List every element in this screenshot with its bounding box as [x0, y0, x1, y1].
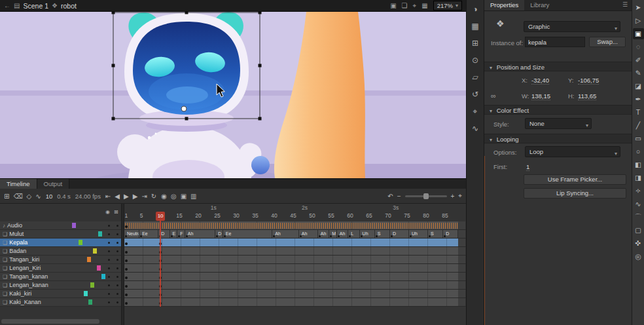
mouth-keyframe[interactable]: Ah [185, 230, 215, 238]
tab-library[interactable]: Library [524, 0, 555, 10]
layer-lock-dot[interactable] [116, 242, 118, 244]
section-position-size[interactable]: ▾ Position and Size [484, 62, 632, 71]
oval-tool[interactable]: ○ [633, 146, 644, 157]
ink-bottle-tool[interactable]: ◨ [633, 172, 644, 183]
frames-row-lengan_kanan[interactable] [124, 281, 466, 290]
tab-output[interactable]: Output [37, 179, 70, 189]
layer-visibility-dot[interactable] [108, 242, 110, 244]
keyframe-dot[interactable] [125, 285, 128, 288]
keyframe-dot[interactable] [125, 294, 128, 296]
delete-layer-icon[interactable]: ⌫ [13, 193, 22, 200]
frames-row-mulut[interactable]: NeutralEeDEFAhDEeAhAhAhMAhLUhSDUhSD [124, 230, 466, 239]
lasso-tool[interactable]: ◌ [633, 41, 644, 52]
layer-lock-dot[interactable] [116, 259, 118, 261]
paint-bucket-tool[interactable]: ◧ [633, 159, 644, 170]
breadcrumb-symbol[interactable]: robot [61, 2, 77, 10]
next-frame-button[interactable]: ▶ [133, 193, 138, 200]
fluid-brush-tool[interactable]: ✐ [633, 54, 644, 66]
frames-row-kepala[interactable] [124, 239, 466, 247]
lip-syncing-button[interactable]: Lip Syncing... [524, 188, 626, 199]
layer-badan[interactable]: ❏Badan [0, 247, 121, 256]
mouth-keyframe[interactable]: Ah [272, 230, 299, 238]
mouth-keyframe[interactable]: D [390, 230, 409, 238]
layer-visibility-dot[interactable] [108, 276, 110, 278]
frames-row-tangan_kiri[interactable] [124, 256, 466, 264]
last-frame-button[interactable]: ⇥ [141, 193, 147, 200]
playhead-marker[interactable]: 10 [156, 212, 165, 221]
parenting-mark[interactable] [72, 223, 76, 228]
layer-mulut[interactable]: ❏Mulut [0, 230, 121, 239]
motion-editor-panel-icon[interactable]: ∿ [469, 123, 482, 134]
mouth-keyframe[interactable]: F [177, 230, 185, 238]
motion-editor-icon[interactable]: ∿ [35, 193, 41, 200]
loop-button[interactable]: ↻ [151, 193, 156, 200]
info-panel-icon[interactable]: ⊙ [469, 54, 482, 66]
onion-outlines-icon[interactable]: ◎ [171, 193, 177, 200]
onion-skin-icon[interactable]: ◉ [161, 193, 167, 200]
layer-lengan_kanan[interactable]: ❏Lengan_kanan [0, 281, 121, 290]
layer-visibility-dot[interactable] [108, 233, 110, 235]
mouth-keyframe[interactable]: Ah [318, 230, 329, 238]
layer-lock-dot[interactable] [116, 225, 118, 227]
parenting-mark[interactable] [98, 231, 102, 237]
mouth-keyframe[interactable]: Ah [337, 230, 348, 238]
camera-tool[interactable]: ▢ [633, 225, 644, 236]
mouth-keyframe[interactable]: Neutral [124, 230, 139, 238]
center-stage-icon[interactable]: ⌖ [413, 2, 417, 10]
back-icon[interactable]: ← [4, 2, 10, 9]
layer-visibility-dot[interactable] [108, 301, 110, 303]
layer-visibility-dot[interactable] [108, 284, 110, 286]
mouth-keyframe[interactable]: D [215, 230, 223, 238]
parenting-mark[interactable] [90, 282, 94, 288]
history-panel-icon[interactable]: ↺ [469, 88, 482, 100]
frame-span[interactable] [124, 221, 458, 229]
zoom-tool[interactable]: ◎ [633, 251, 644, 262]
color-panel-icon[interactable]: ◑ [469, 3, 482, 14]
edit-symbols-icon[interactable]: ❏ [402, 2, 408, 10]
symbol-type-dropdown[interactable]: Graphic ▾ [524, 21, 620, 32]
classic-brush-tool[interactable]: ✎ [633, 67, 644, 79]
frame-span[interactable] [124, 290, 458, 297]
stage-canvas[interactable] [0, 12, 466, 178]
mouth-keyframe[interactable]: D [443, 230, 458, 238]
swatches-panel-icon[interactable]: ▦ [469, 20, 482, 31]
mouth-keyframe[interactable]: Ah [299, 230, 318, 238]
zoom-select[interactable]: 217% ▾ [433, 1, 462, 10]
style-dropdown[interactable]: None ▾ [525, 118, 592, 129]
frames-row-tangan_kanan[interactable] [124, 273, 466, 281]
layer-visibility-dot[interactable] [108, 250, 110, 252]
mouth-keyframe[interactable]: E [170, 230, 178, 238]
frame-span[interactable] [124, 273, 458, 280]
instance-name-input[interactable] [525, 37, 585, 47]
layer-lock-dot[interactable] [116, 276, 118, 278]
mouth-keyframe[interactable]: Uh [360, 230, 375, 238]
hand-tool[interactable]: ✜ [633, 238, 644, 249]
layer-audio[interactable]: ♪Audio [0, 221, 121, 230]
insert-keyframe-icon[interactable]: ◇ [27, 193, 32, 200]
rectangle-tool[interactable]: ▭ [633, 133, 644, 144]
section-color-effect[interactable]: ▾ Color Effect [484, 105, 632, 115]
camera-icon[interactable]: ▣ [390, 2, 396, 10]
frame-span[interactable] [124, 239, 458, 246]
frame-rate-value[interactable]: 24.00 fps [75, 193, 101, 200]
undo-icon[interactable]: ↶ [387, 193, 393, 200]
layer-lock-dot[interactable] [116, 293, 118, 295]
current-frame-value[interactable]: 10 [46, 193, 53, 200]
edit-multiple-frames-icon[interactable]: ▣ [181, 193, 187, 200]
keyframe-dot[interactable] [125, 259, 128, 262]
breadcrumb-scene[interactable]: Scene 1 [23, 2, 48, 10]
layer-kaki_kanan[interactable]: ❏Kaki_Kanan [0, 298, 121, 307]
tab-properties[interactable]: Properties [484, 0, 524, 10]
frames-row-kaki_kanan[interactable] [124, 298, 466, 307]
pen-tool[interactable]: ✒ [633, 94, 644, 105]
mouth-keyframe[interactable]: M [329, 230, 337, 238]
camera-panel-icon[interactable]: ⌖ [469, 105, 482, 117]
mouth-keyframe[interactable]: L [348, 230, 359, 238]
frame-span[interactable] [124, 256, 458, 263]
first-frame-value[interactable]: 1 [526, 163, 529, 171]
layer-visibility-dot[interactable] [108, 259, 110, 261]
bone-tool[interactable]: ⌒ [633, 212, 644, 223]
layer-kepala[interactable]: ❏Kepala [0, 239, 121, 247]
mouth-keyframe[interactable]: S [428, 230, 443, 238]
frames-row-audio[interactable] [124, 221, 466, 230]
